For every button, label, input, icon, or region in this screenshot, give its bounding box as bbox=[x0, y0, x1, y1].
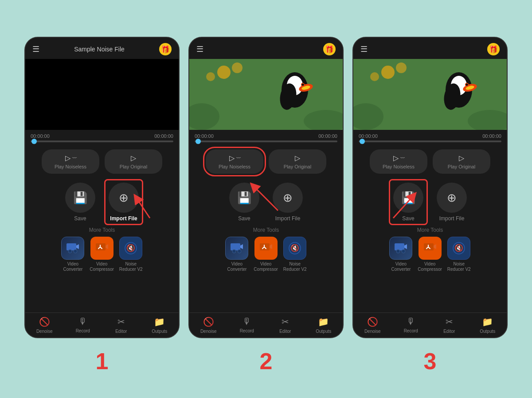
svg-marker-1 bbox=[76, 244, 79, 249]
phone-2-videocomp-icon bbox=[254, 237, 278, 260]
phone-1-header: ☰ Sample Noise File 🎁 bbox=[25, 38, 179, 59]
phone-1-progress-dot bbox=[31, 139, 37, 144]
hamburger-icon-1[interactable]: ☰ bbox=[32, 44, 39, 54]
phone-3: ☰ 🎁 bbox=[352, 37, 508, 338]
phone-2-nav-outputs[interactable]: 📁 Outputs bbox=[305, 313, 343, 337]
phone-3-import-label: Import File bbox=[439, 215, 465, 222]
phone-3-outputs-icon: 📁 bbox=[482, 316, 493, 327]
phone-3-more-tools: More Tools VideoConverter VideoCompresso… bbox=[353, 225, 507, 276]
phone-3-play-original-btn[interactable]: ▷ Play Original bbox=[433, 149, 490, 174]
phone-3-denoise-label: Denoise bbox=[364, 329, 381, 334]
phone-1-nav-outputs[interactable]: 📁 Outputs bbox=[141, 313, 179, 337]
phone-3-progress-dot bbox=[360, 139, 365, 144]
phone-1-actions: 💾 Save ⊕ Import File bbox=[25, 179, 179, 225]
phone-1-outputs-icon: 📁 bbox=[154, 316, 165, 327]
phone-2-save-btn[interactable]: 💾 Save bbox=[229, 183, 259, 222]
svg-marker-26 bbox=[270, 244, 272, 249]
phone-2-videoconv-icon bbox=[225, 237, 248, 260]
phone-2-progress-dot bbox=[196, 139, 201, 144]
phone-2-play-original-btn[interactable]: ▷ Play Original bbox=[269, 149, 326, 174]
phone-1-tool-videocomp[interactable]: VideoCompressor bbox=[90, 237, 113, 272]
svg-point-9 bbox=[217, 66, 231, 79]
main-container: ☰ Sample Noise File 🎁 00:00:00 00:00:00 bbox=[0, 23, 532, 343]
phone-3-play-noiseless-btn[interactable]: ▷〰 Play Noiseless bbox=[370, 149, 427, 174]
hamburger-icon-2[interactable]: ☰ bbox=[196, 44, 203, 54]
phone-3-time-start: 00:00:00 bbox=[359, 133, 378, 139]
phone-2-videocomp-label: VideoCompressor bbox=[254, 261, 278, 272]
phone-3-save-label: Save bbox=[402, 215, 414, 222]
phone-3-nav-outputs[interactable]: 📁 Outputs bbox=[469, 313, 507, 337]
phone-1-time-start: 00:00:00 bbox=[31, 133, 50, 139]
phone-2-tool-videoconv[interactable]: VideoConverter bbox=[225, 237, 248, 272]
phone-3-tool-noisered[interactable]: 🔇 NoiseReducer V2 bbox=[447, 237, 471, 272]
phone-2-header: ☰ 🎁 bbox=[189, 38, 343, 59]
phone-2-denoise-label: Denoise bbox=[200, 329, 217, 334]
svg-rect-0 bbox=[66, 243, 76, 250]
svg-point-30 bbox=[381, 66, 395, 79]
gift-icon-3[interactable]: 🎁 bbox=[487, 43, 500, 55]
phone-1-save-circle: 💾 bbox=[65, 183, 95, 213]
phone-1-play-original-btn[interactable]: ▷ Play Original bbox=[105, 149, 162, 174]
phone-1-denoise-icon: 🚫 bbox=[39, 316, 50, 327]
phone-1-save-label: Save bbox=[74, 215, 86, 222]
phone-3-import-btn[interactable]: ⊕ Import File bbox=[437, 183, 467, 222]
hamburger-icon-3[interactable]: ☰ bbox=[360, 44, 368, 54]
phone-2-editor-icon: ✂ bbox=[282, 316, 289, 327]
phone-3-editor-label: Editor bbox=[443, 329, 455, 334]
svg-rect-21 bbox=[231, 243, 240, 250]
phone-2-nav-denoise[interactable]: 🚫 Denoise bbox=[189, 313, 228, 337]
phone-1-nav-record[interactable]: 🎙 Record bbox=[64, 313, 102, 337]
svg-point-23 bbox=[232, 250, 236, 253]
phone-3-videocomp-label: VideoCompressor bbox=[418, 261, 442, 272]
phone-1-controls: ▷〰 Play Noiseless ▷ Play Original bbox=[25, 144, 179, 179]
phone-2-tool-noisered[interactable]: 🔇 NoiseReducer V2 bbox=[283, 237, 307, 272]
phone-1-play-original-label: Play Original bbox=[120, 164, 147, 169]
phone-3-header: ☰ 🎁 bbox=[353, 38, 507, 59]
phone-1-videoconv-label: VideoConverter bbox=[63, 261, 82, 272]
phone-3-nav-denoise[interactable]: 🚫 Denoise bbox=[353, 313, 392, 337]
phone-2-editor-label: Editor bbox=[279, 329, 291, 334]
phone-2-tool-videocomp[interactable]: VideoCompressor bbox=[254, 237, 278, 272]
phone-2-progress-bar[interactable] bbox=[195, 140, 337, 142]
phone-1-editor-icon: ✂ bbox=[117, 316, 125, 327]
phone-3-tool-videocomp[interactable]: VideoCompressor bbox=[418, 237, 442, 272]
svg-text:🔇: 🔇 bbox=[126, 244, 135, 252]
phone-2-time-end: 00:00:00 bbox=[318, 133, 337, 139]
phone-1-import-btn[interactable]: ⊕ Import File bbox=[109, 183, 139, 222]
phone-1-tool-noisered[interactable]: 🔇 NoiseReducer V2 bbox=[119, 237, 143, 272]
phone-3-save-btn[interactable]: 💾 Save bbox=[393, 183, 423, 222]
phone-2-play-noiseless-btn[interactable]: ▷〰 Play Noiseless bbox=[206, 149, 263, 174]
phone-2-import-btn[interactable]: ⊕ Import File bbox=[273, 183, 303, 222]
phone-1-tool-videoconv[interactable]: VideoConverter bbox=[61, 237, 84, 272]
phone-2: ☰ 🎁 bbox=[188, 37, 344, 338]
phone-2-play-noiseless-label: Play Noiseless bbox=[219, 164, 250, 169]
phone-3-nav-editor[interactable]: ✂ Editor bbox=[430, 313, 469, 337]
phone-1-record-icon: 🎙 bbox=[78, 316, 87, 327]
phone-1-tools-row: VideoConverter VideoCompressor 🔇 NoiseRe… bbox=[32, 237, 172, 272]
phone-2-nav-record[interactable]: 🎙 Record bbox=[228, 313, 266, 337]
phone-1-denoise-label: Denoise bbox=[36, 329, 53, 334]
svg-point-31 bbox=[396, 62, 407, 73]
gift-icon-2[interactable]: 🎁 bbox=[323, 43, 336, 55]
phone-2-nav-editor[interactable]: ✂ Editor bbox=[266, 313, 305, 337]
phone-1-nav-denoise[interactable]: 🚫 Denoise bbox=[25, 313, 64, 337]
svg-text:🔇: 🔇 bbox=[454, 244, 463, 252]
phone-1-more-tools: More Tools VideoConverter VideoCompresso… bbox=[25, 225, 179, 276]
phone-3-videocomp-icon bbox=[419, 237, 442, 260]
svg-point-3 bbox=[74, 250, 77, 253]
phone-1-save-btn[interactable]: 💾 Save bbox=[65, 183, 95, 222]
phone-1-nav-editor[interactable]: ✂ Editor bbox=[102, 313, 141, 337]
phone-2-more-tools-label: More Tools bbox=[196, 227, 336, 233]
phone-1-time-labels: 00:00:00 00:00:00 bbox=[31, 133, 173, 139]
phone-3-nav-record[interactable]: 🎙 Record bbox=[392, 313, 430, 337]
gift-icon-1[interactable]: 🎁 bbox=[159, 43, 172, 55]
phone-3-progress-bar[interactable] bbox=[359, 140, 501, 142]
step-3-number: 3 bbox=[352, 348, 508, 375]
phone-1-progress-bar[interactable] bbox=[31, 140, 173, 142]
phone-3-play-original-icon: ▷ bbox=[459, 154, 464, 162]
phone-1-import-circle: ⊕ bbox=[109, 183, 139, 213]
phone-3-actions: 💾 Save ⊕ Import File bbox=[353, 179, 507, 225]
phone-3-tool-videoconv[interactable]: VideoConverter bbox=[389, 237, 412, 272]
phone-3-more-tools-label: More Tools bbox=[360, 227, 500, 233]
phone-1-play-noiseless-btn[interactable]: ▷〰 Play Noiseless bbox=[42, 149, 99, 174]
